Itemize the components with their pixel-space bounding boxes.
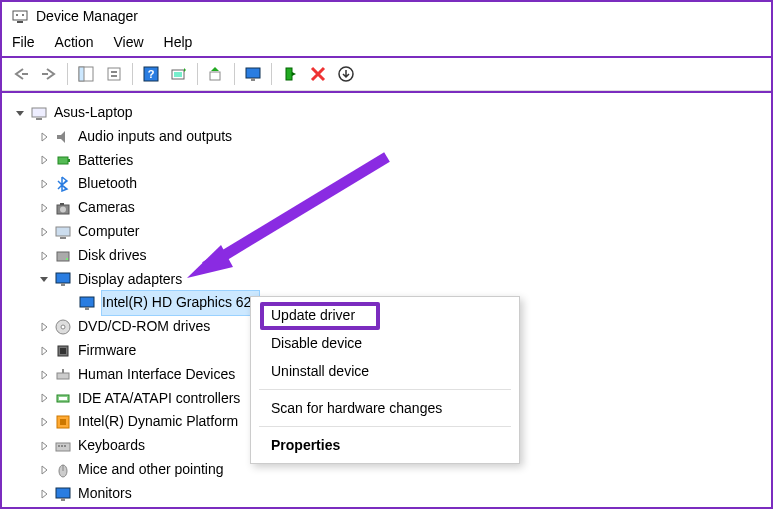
down-arrow-button[interactable] [333,62,359,86]
chevron-right-icon[interactable] [38,369,50,381]
tree-root-node[interactable]: Asus-Laptop [2,101,771,125]
tree-node-label: Cameras [78,196,135,220]
context-uninstall-device[interactable]: Uninstall device [251,357,519,385]
context-scan-hardware[interactable]: Scan for hardware changes [251,394,519,422]
context-disable-device[interactable]: Disable device [251,329,519,357]
chevron-right-icon[interactable] [38,392,50,404]
tree-node-label: Mice and other pointing [78,458,224,482]
display-icon [78,294,96,312]
tree-node-label: Audio inputs and outputs [78,125,232,149]
chevron-right-icon[interactable] [38,416,50,428]
back-button[interactable] [8,62,34,86]
svg-rect-48 [64,445,66,447]
svg-rect-9 [111,71,117,73]
camera-icon [54,199,72,217]
chevron-right-icon[interactable] [38,250,50,262]
svg-rect-27 [56,227,70,236]
tree-node-display[interactable]: Display adapters [2,268,771,292]
forward-button[interactable] [36,62,62,86]
chevron-right-icon[interactable] [38,131,50,143]
chevron-right-icon[interactable] [38,464,50,476]
svg-rect-14 [174,72,182,77]
tree-node-label: Asus-Laptop [54,101,133,125]
dvd-icon [54,318,72,336]
battery-icon [54,151,72,169]
tree-node-monitor[interactable]: Monitors [2,482,771,506]
chevron-right-icon[interactable] [38,202,50,214]
svg-rect-18 [286,68,292,80]
menu-file[interactable]: File [12,34,35,50]
hid-icon [54,366,72,384]
chevron-down-icon[interactable] [14,107,26,119]
svg-rect-51 [56,488,70,498]
svg-rect-28 [60,237,66,239]
tree-node-label: Monitors [78,482,132,506]
svg-rect-40 [62,369,64,373]
tree-node-label: IDE ATA/ATAPI controllers [78,387,240,411]
tree-node-computer[interactable]: Computer [2,220,771,244]
tree-node-bluetooth[interactable]: Bluetooth [2,172,771,196]
svg-rect-5 [42,73,48,75]
keyboard-icon [54,437,72,455]
svg-point-25 [60,207,66,213]
svg-text:?: ? [148,68,155,80]
tree-node-battery[interactable]: Batteries [2,149,771,173]
uninstall-button[interactable] [305,62,331,86]
svg-rect-44 [60,419,66,425]
tree-node-label: Display adapters [78,268,182,292]
app-icon [12,8,28,24]
update-driver-button[interactable] [203,62,229,86]
menu-action[interactable]: Action [55,34,94,50]
disk-icon [54,247,72,265]
chevron-right-icon[interactable] [38,154,50,166]
chevron-down-icon[interactable] [38,273,50,285]
svg-point-36 [61,325,65,329]
tree-node-label: Disk drives [78,244,146,268]
svg-rect-26 [60,203,64,205]
properties-button[interactable] [101,62,127,86]
svg-rect-23 [68,159,70,162]
context-properties[interactable]: Properties [251,431,519,459]
svg-rect-21 [36,118,42,120]
intel-icon [54,413,72,431]
tree-node-label: Intel(R) HD Graphics 620 [102,291,259,315]
ide-icon [54,389,72,407]
tree-node-audio[interactable]: Audio inputs and outputs [2,125,771,149]
svg-rect-16 [246,68,260,78]
svg-rect-52 [61,498,65,501]
svg-rect-8 [108,68,120,80]
svg-rect-17 [251,78,255,81]
tree-node-label: Computer [78,220,139,244]
context-update-driver[interactable]: Update driver [251,301,519,329]
chevron-right-icon[interactable] [38,440,50,452]
svg-rect-15 [210,72,220,80]
svg-rect-7 [79,67,84,81]
scan-hardware-button[interactable] [166,62,192,86]
svg-rect-1 [17,21,23,23]
svg-point-2 [16,14,18,16]
svg-rect-0 [13,11,27,20]
menu-view[interactable]: View [113,34,143,50]
svg-rect-39 [57,373,69,379]
context-divider [259,426,511,427]
help-button[interactable]: ? [138,62,164,86]
chevron-right-icon[interactable] [38,345,50,357]
tree-node-disk[interactable]: Disk drives [2,244,771,268]
chevron-right-icon[interactable] [38,226,50,238]
show-hide-tree-button[interactable] [73,62,99,86]
menubar: File Action View Help [2,30,771,58]
svg-rect-4 [22,73,28,75]
menu-help[interactable]: Help [164,34,193,50]
svg-rect-32 [61,283,65,286]
monitor-toolbar-button[interactable] [240,62,266,86]
enable-button[interactable] [277,62,303,86]
chevron-right-icon[interactable] [38,488,50,500]
toolbar: ? [2,58,771,91]
tree-node-label: Batteries [78,149,133,173]
audio-icon [54,128,72,146]
chevron-right-icon[interactable] [38,321,50,333]
svg-rect-38 [60,348,66,354]
tree-node-camera[interactable]: Cameras [2,196,771,220]
chevron-right-icon[interactable] [38,178,50,190]
svg-rect-46 [58,445,60,447]
